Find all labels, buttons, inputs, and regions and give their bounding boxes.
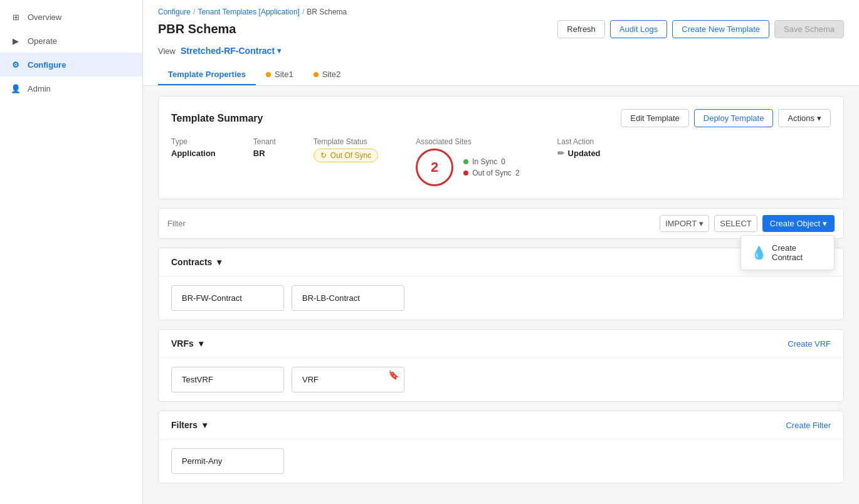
- vrf-label: VRF: [302, 375, 319, 384]
- status-value: Out Of Sync: [330, 151, 371, 160]
- contract-item[interactable]: BR-FW-Contract: [171, 285, 284, 311]
- create-new-template-button[interactable]: Create New Template: [672, 20, 769, 38]
- tab-template-properties[interactable]: Template Properties: [158, 65, 256, 85]
- card-title: Template Summary: [171, 113, 263, 124]
- filters-header: Filters ▾ Create Filter: [159, 411, 843, 439]
- filters-chevron-icon: ▾: [203, 420, 207, 430]
- in-sync-count: 0: [501, 157, 505, 166]
- contracts-chevron-icon: ▾: [217, 257, 221, 267]
- sites-count: 2: [431, 159, 438, 176]
- sidebar-item-admin[interactable]: 👤 Admin: [0, 76, 142, 100]
- header: Configure / Tenant Templates [Applicatio…: [143, 0, 859, 86]
- refresh-button[interactable]: Refresh: [557, 20, 605, 38]
- out-of-sync-legend: Out of Sync 2: [463, 169, 519, 177]
- breadcrumb-configure[interactable]: Configure: [158, 8, 191, 16]
- vrfs-chevron-icon: ▾: [199, 339, 203, 349]
- site2-dot: [314, 72, 319, 77]
- filter-label: Permit-Any: [182, 456, 222, 466]
- sidebar-item-label: Configure: [28, 60, 66, 70]
- filter-item[interactable]: Permit-Any: [171, 448, 284, 474]
- in-sync-label: In Sync: [472, 157, 497, 166]
- select-button[interactable]: SELECT: [714, 215, 757, 232]
- vrf-item[interactable]: 🔖 VRF: [292, 367, 404, 392]
- status-badge: ↻ Out Of Sync: [314, 149, 378, 162]
- header-actions: Refresh Audit Logs Create New Template S…: [557, 20, 844, 38]
- out-of-sync-label: Out of Sync: [472, 169, 512, 177]
- sidebar-item-label: Overview: [28, 13, 61, 22]
- edit-icon: ✏: [557, 149, 564, 158]
- tab-site2[interactable]: Site2: [303, 65, 351, 85]
- associated-sites-field: Associated Sites 2 In Sync 0: [416, 137, 519, 186]
- sidebar: ⊞ Overview ▶ Operate ⚙ Configure 👤 Admin: [0, 0, 143, 504]
- type-field: Type Application: [171, 137, 216, 158]
- view-label: View: [158, 46, 176, 56]
- contract-item[interactable]: BR-LB-Contract: [292, 285, 404, 311]
- vrfs-header: VRFs ▾ Create VRF: [159, 330, 843, 358]
- breadcrumb-tenant-templates[interactable]: Tenant Templates [Application]: [198, 8, 300, 16]
- filter-input[interactable]: [167, 219, 660, 228]
- content-area: Template Summary Edit Template Deploy Te…: [143, 86, 859, 504]
- create-contract-label: Create Contract: [772, 243, 824, 262]
- overview-icon: ⊞: [10, 11, 21, 23]
- create-filter-button[interactable]: Create Filter: [786, 421, 831, 430]
- actions-button[interactable]: Actions ▾: [778, 109, 831, 127]
- template-status-field: Template Status ↻ Out Of Sync: [314, 137, 378, 162]
- audit-logs-button[interactable]: Audit Logs: [610, 20, 667, 38]
- template-status-label: Template Status: [314, 137, 378, 146]
- breadcrumb-sep-2: /: [302, 8, 304, 16]
- template-summary-card: Template Summary Edit Template Deploy Te…: [158, 96, 844, 199]
- sidebar-item-overview[interactable]: ⊞ Overview: [0, 5, 142, 29]
- filter-bar: IMPORT ▾ SELECT Create Object ▾ 💧 Create…: [158, 208, 844, 239]
- sidebar-item-configure[interactable]: ⚙ Configure: [0, 53, 142, 76]
- summary-fields: Type Application Tenant BR Template Stat…: [171, 137, 831, 186]
- sidebar-item-label: Admin: [28, 84, 51, 93]
- vrfs-label: VRFs: [171, 339, 194, 349]
- type-value: Application: [171, 149, 216, 158]
- admin-icon: 👤: [10, 83, 21, 94]
- site1-dot: [266, 72, 271, 77]
- last-action-field: Last Action ✏ Updated: [557, 137, 601, 158]
- contracts-label: Contracts: [171, 257, 212, 267]
- create-object-button[interactable]: Create Object ▾: [762, 215, 835, 232]
- import-chevron-icon: ▾: [699, 219, 704, 228]
- create-vrf-button[interactable]: Create VRF: [788, 339, 831, 349]
- bookmark-icon: 🔖: [388, 370, 399, 380]
- view-selector[interactable]: Stretched-RF-Contract ▾: [181, 46, 281, 56]
- import-button[interactable]: IMPORT ▾: [660, 215, 709, 232]
- import-label: IMPORT: [665, 219, 697, 228]
- type-label: Type: [171, 137, 216, 146]
- actions-chevron-icon: ▾: [817, 113, 821, 123]
- associated-sites-label: Associated Sites: [416, 137, 519, 146]
- chevron-down-icon: ▾: [277, 46, 281, 55]
- out-of-sync-dot: [463, 171, 468, 176]
- in-sync-dot: [463, 159, 468, 164]
- breadcrumb-current: BR Schema: [307, 8, 347, 16]
- create-contract-menu-item[interactable]: 💧 Create Contract: [741, 238, 834, 267]
- tab-label: Site1: [275, 70, 293, 79]
- edit-template-button[interactable]: Edit Template: [621, 109, 689, 127]
- vrf-item[interactable]: TestVRF: [171, 367, 284, 392]
- page-title: PBR Schema: [158, 22, 236, 36]
- sidebar-item-label: Operate: [28, 36, 57, 46]
- deploy-template-button[interactable]: Deploy Template: [694, 109, 774, 127]
- vrf-label: TestVRF: [182, 375, 213, 384]
- vrfs-title: VRFs ▾: [171, 339, 203, 349]
- breadcrumb-sep-1: /: [193, 8, 195, 16]
- create-object-label: Create Object: [770, 219, 820, 228]
- actions-label: Actions: [788, 113, 814, 123]
- breadcrumb: Configure / Tenant Templates [Applicatio…: [158, 8, 844, 16]
- sites-legend: In Sync 0 Out of Sync 2: [463, 157, 519, 177]
- in-sync-legend: In Sync 0: [463, 157, 519, 166]
- tab-site1[interactable]: Site1: [256, 65, 303, 85]
- sidebar-item-operate[interactable]: ▶ Operate: [0, 29, 142, 53]
- tenant-label: Tenant: [253, 137, 276, 146]
- save-schema-button[interactable]: Save Schema: [774, 20, 844, 38]
- tabs: Template Properties Site1 Site2: [158, 65, 844, 85]
- card-actions: Edit Template Deploy Template Actions ▾: [621, 109, 831, 127]
- create-object-chevron-icon: ▾: [823, 219, 827, 228]
- tenant-value: BR: [253, 149, 276, 158]
- last-action-text: Updated: [568, 149, 601, 158]
- create-object-dropdown: Create Object ▾ 💧 Create Contract: [762, 215, 835, 232]
- water-drop-icon: 💧: [751, 245, 767, 260]
- tab-label: Site2: [322, 70, 341, 79]
